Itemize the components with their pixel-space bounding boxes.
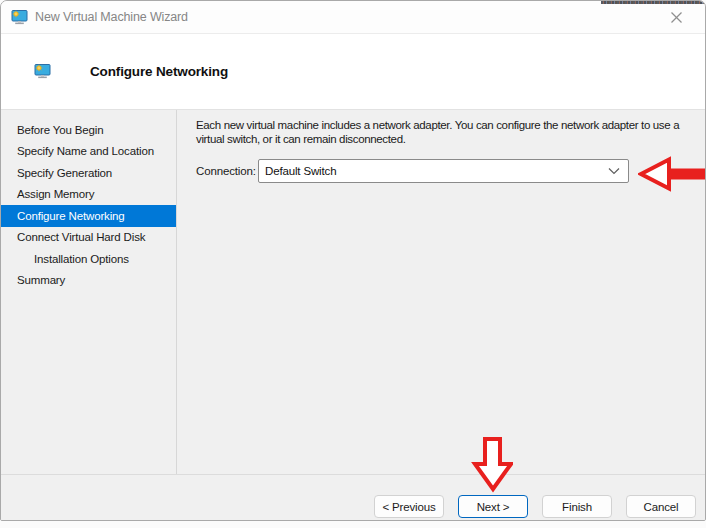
vm-wizard-icon — [34, 63, 51, 80]
connection-row: Connection: Default Switch — [196, 159, 705, 183]
sidebar-item-specify-name-and-location[interactable]: Specify Name and Location — [1, 141, 176, 163]
sidebar-item-specify-generation[interactable]: Specify Generation — [1, 162, 176, 184]
page-title: Configure Networking — [90, 64, 228, 79]
wizard-steps-sidebar: Before You Begin Specify Name and Locati… — [1, 110, 177, 474]
sidebar-item-summary[interactable]: Summary — [1, 270, 176, 292]
title-bar: New Virtual Machine Wizard — [1, 1, 705, 34]
chevron-down-icon — [608, 167, 620, 175]
wizard-window: New Virtual Machine Wizard — [0, 0, 706, 521]
connection-label: Connection: — [196, 165, 258, 177]
connection-selected-value: Default Switch — [265, 165, 608, 177]
window-title: New Virtual Machine Wizard — [35, 10, 188, 24]
close-button[interactable] — [659, 1, 693, 33]
next-button[interactable]: Next > — [458, 495, 528, 518]
close-icon — [670, 11, 683, 24]
wizard-header: Configure Networking — [1, 34, 705, 110]
screen-edge-artifact — [601, 1, 705, 4]
step-content: Each new virtual machine includes a netw… — [177, 110, 705, 474]
sidebar-item-configure-networking[interactable]: Configure Networking — [1, 205, 176, 227]
sidebar-item-before-you-begin[interactable]: Before You Begin — [1, 119, 176, 141]
networking-description: Each new virtual machine includes a netw… — [196, 119, 696, 146]
connection-select[interactable]: Default Switch — [258, 159, 629, 183]
previous-button[interactable]: < Previous — [374, 495, 444, 518]
button-bar: < Previous Next > Finish Cancel — [1, 474, 705, 521]
sidebar-item-assign-memory[interactable]: Assign Memory — [1, 184, 176, 206]
vm-wizard-icon — [11, 9, 28, 26]
finish-button[interactable]: Finish — [542, 495, 612, 518]
sidebar-item-connect-virtual-hard-disk[interactable]: Connect Virtual Hard Disk — [1, 227, 176, 249]
wizard-body: Before You Begin Specify Name and Locati… — [1, 110, 705, 474]
sidebar-item-installation-options[interactable]: Installation Options — [1, 248, 176, 270]
cancel-button[interactable]: Cancel — [626, 495, 696, 518]
